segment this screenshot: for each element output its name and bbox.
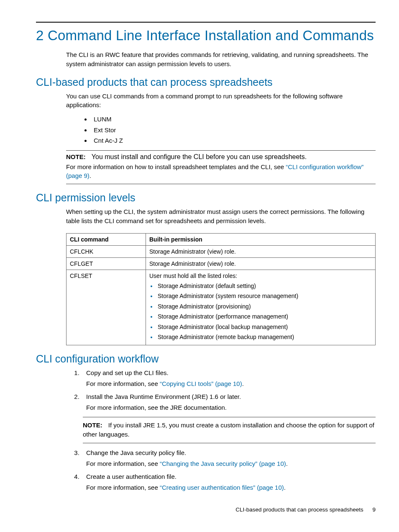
perm-role-item: Storage Administrator (remote backup man… xyxy=(157,332,372,342)
page-number: 9 xyxy=(372,506,376,513)
perm-role-item: Storage Administrator (performance manag… xyxy=(157,311,372,322)
perm-role-item: Storage Administrator (provisioning) xyxy=(157,301,372,312)
cell-perm: User must hold all the listed roles: Sto… xyxy=(146,270,376,345)
table-row: CFLGET Storage Administrator (view) role… xyxy=(66,257,376,270)
table-row: CFLCHK Storage Administrator (view) role… xyxy=(66,245,376,257)
section-cli-products-heading: CLI-based products that can process spre… xyxy=(36,76,376,88)
cell-perm: Storage Administrator (view) role. xyxy=(146,245,376,257)
perm-lead: User must hold all the listed roles: xyxy=(149,272,237,279)
link-copying-cli-tools[interactable]: “Copying CLI tools” (page 10) xyxy=(160,380,242,387)
product-item: Cnt Ac-J Z xyxy=(91,135,376,146)
intro-paragraph: The CLI is an RWC feature that provides … xyxy=(66,50,376,69)
table-row: CFLSET User must hold all the listed rol… xyxy=(66,270,376,345)
step-line2-post: . xyxy=(286,460,288,467)
note-block: NOTE: If you install JRE 1.5, you must c… xyxy=(83,417,376,443)
note-text-line1: You must install and configure the CLI b… xyxy=(92,153,307,160)
footer-section-label: CLI-based products that can process spre… xyxy=(235,506,363,513)
step-item: Copy and set up the CLI files. For more … xyxy=(81,368,376,389)
section1-lead: You can use CLI commands from a command … xyxy=(66,92,376,110)
cell-cmd: CFLGET xyxy=(66,257,146,270)
note-label: NOTE: xyxy=(83,421,102,429)
step-item: Install the Java Runtime Environment (JR… xyxy=(81,392,376,443)
cell-perm: Storage Administrator (view) role. xyxy=(146,257,376,270)
perm-role-item: Storage Administrator (default setting) xyxy=(157,281,372,291)
step-line1: Change the Java security policy file. xyxy=(86,449,186,456)
permission-table: CLI command Built-in permission CFLCHK S… xyxy=(66,233,376,345)
step-item: Change the Java security policy file. Fo… xyxy=(81,448,376,469)
section2-lead: When setting up the CLI, the system admi… xyxy=(66,207,376,226)
step-line2: For more information, see the JRE docume… xyxy=(86,403,376,413)
step-line1: Copy and set up the CLI files. xyxy=(86,369,169,376)
workflow-steps: Copy and set up the CLI files. For more … xyxy=(81,368,376,493)
th-builtin-permission: Built-in permission xyxy=(146,233,376,245)
perm-role-list: Storage Administrator (default setting) … xyxy=(157,281,372,342)
step-line2-pre: For more information, see xyxy=(86,380,160,387)
note-block: NOTE: You must install and configure the… xyxy=(66,150,376,185)
cell-cmd: CFLCHK xyxy=(66,245,146,257)
page-footer: CLI-based products that can process spre… xyxy=(235,506,376,513)
note-label: NOTE: xyxy=(66,153,86,160)
section-permission-heading: CLI permission levels xyxy=(36,192,376,204)
step-line2-post: . xyxy=(284,484,286,491)
step-line1: Install the Java Runtime Environment (JR… xyxy=(86,393,241,400)
top-rule xyxy=(36,22,376,23)
step-line2-pre: For more information, see xyxy=(86,460,160,467)
note-text-line2-pre: For more information on how to install s… xyxy=(66,163,286,170)
product-item: Ext Stor xyxy=(91,125,376,136)
cell-cmd: CFLSET xyxy=(66,270,146,345)
step-item: Create a user authentication file. For m… xyxy=(81,472,376,493)
step-line1: Create a user authentication file. xyxy=(86,473,176,480)
product-item: LUNM xyxy=(91,114,376,125)
link-creating-auth-files[interactable]: “Creating user authentication files” (pa… xyxy=(160,484,284,491)
link-changing-java-security[interactable]: “Changing the Java security policy” (pag… xyxy=(160,460,286,467)
perm-role-item: Storage Administrator (local backup mana… xyxy=(157,322,372,332)
note-text: If you install JRE 1.5, you must create … xyxy=(83,421,374,438)
step-line2-post: . xyxy=(242,380,244,387)
note-text-line2-post: . xyxy=(90,172,91,179)
perm-role-item: Storage Administrator (system resource m… xyxy=(157,291,372,301)
product-list: LUNM Ext Stor Cnt Ac-J Z xyxy=(91,114,376,146)
step-line2-pre: For more information, see xyxy=(86,484,160,491)
chapter-title: 2 Command Line Interface Installation an… xyxy=(36,28,376,44)
section-workflow-heading: CLI configuration workflow xyxy=(36,353,376,365)
th-cli-command: CLI command xyxy=(66,233,146,245)
